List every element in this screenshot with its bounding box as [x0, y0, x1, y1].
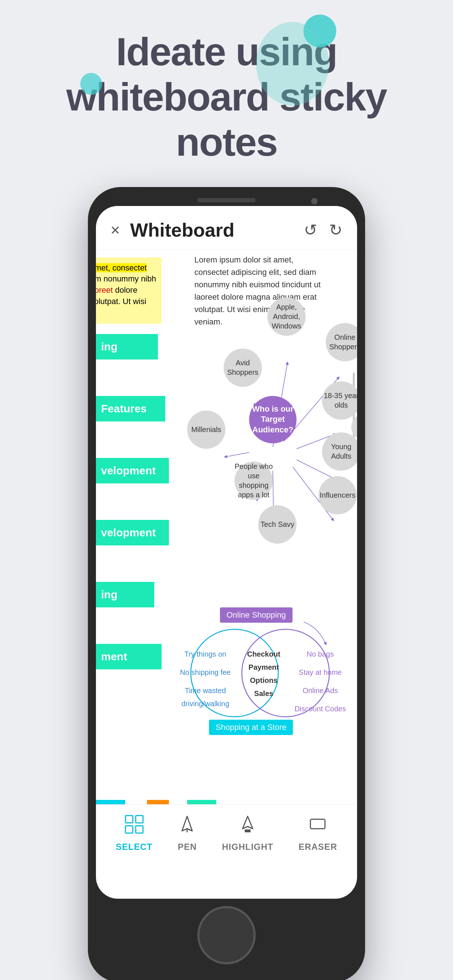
venn-left-text: Try things on No shipping fee Time waste…: [176, 648, 234, 710]
app-header-left: × Whiteboard: [110, 219, 234, 241]
teal-label-6[interactable]: ment: [96, 644, 161, 670]
left-sidebar: amet, consectet um nonummy nibh aoreet d…: [96, 250, 169, 862]
bar-gap1: [125, 800, 147, 804]
svg-rect-19: [310, 819, 325, 829]
venn-diagram[interactable]: Online Shopping Try things on: [172, 608, 351, 735]
sticky-text5: h.: [96, 308, 97, 317]
mind-node-avid[interactable]: Avid Shoppers: [223, 348, 262, 387]
redo-icon[interactable]: ↻: [329, 221, 343, 239]
mind-node-tech[interactable]: Tech Savy: [258, 505, 297, 544]
bottom-bars: [96, 800, 357, 804]
bubble-decoration-bg: [256, 22, 329, 106]
phone-camera: [311, 198, 318, 205]
sticky-note-yellow[interactable]: amet, consectet um nonummy nibh aoreet d…: [96, 258, 161, 324]
mind-map[interactable]: Who is our Target Audience? Apple, Andro…: [176, 294, 357, 604]
svg-rect-13: [126, 826, 133, 833]
nav-eraser-label: ERASER: [298, 842, 337, 852]
bubble-decoration-medium: [80, 73, 102, 95]
mind-node-18-35[interactable]: 18-35 year olds: [322, 381, 357, 420]
mind-node-apple[interactable]: Apple, Android, Windows: [267, 298, 306, 336]
undo-icon[interactable]: ↺: [304, 221, 317, 239]
venn-right-text: No bags Stay at home Online Ads Discount…: [293, 648, 348, 715]
svg-rect-18: [245, 829, 250, 832]
nav-highlight[interactable]: HIGHLIGHT: [222, 815, 273, 852]
eraser-icon: [308, 815, 327, 838]
teal-label-5[interactable]: ing: [96, 582, 154, 608]
mind-map-center[interactable]: Who is our Target Audience?: [249, 396, 297, 443]
bar-orange: [147, 800, 169, 804]
phone-speaker: [197, 198, 256, 202]
close-button[interactable]: ×: [110, 222, 120, 238]
venn-label-store: Shopping at a Store: [209, 720, 293, 735]
mind-node-millenials[interactable]: Millenials: [187, 410, 225, 449]
bottom-nav: SELECT PEN: [96, 804, 357, 862]
phone-home-button[interactable]: [197, 906, 256, 964]
header-icons: ↺ ↻: [304, 221, 343, 239]
bar-green: [187, 800, 216, 804]
nav-pen[interactable]: PEN: [178, 815, 196, 852]
venn-label-online: Online Shopping: [220, 608, 292, 623]
bar-teal: [96, 800, 125, 804]
svg-rect-11: [126, 816, 133, 823]
hero-section: Ideate using whiteboard sticky notes: [0, 0, 453, 187]
sticky-text4: volutpat. Ut wisi: [96, 297, 146, 306]
app-header: × Whiteboard ↺ ↻: [96, 206, 357, 250]
mind-node-influencers[interactable]: Influencers: [318, 476, 357, 514]
svg-rect-14: [136, 826, 143, 833]
svg-rect-12: [136, 816, 143, 823]
teal-label-1[interactable]: ing: [96, 334, 158, 360]
venn-center-text: Checkout Payment Options Sales: [242, 648, 286, 700]
teal-label-4[interactable]: velopment: [96, 520, 169, 546]
nav-select[interactable]: SELECT: [116, 815, 152, 852]
mind-node-people[interactable]: People who use shopping apps a lot: [234, 461, 273, 500]
select-icon: [125, 815, 144, 838]
nav-highlight-label: HIGHLIGHT: [222, 842, 273, 852]
sticky-text2: aoreet: [96, 285, 113, 294]
nav-select-label: SELECT: [116, 842, 152, 852]
sticky-text3: dolore: [113, 285, 137, 294]
whiteboard-area[interactable]: amet, consectet um nonummy nibh aoreet d…: [96, 250, 357, 862]
sticky-text1: um nonummy nibh: [96, 274, 156, 283]
hero-title: Ideate using whiteboard sticky notes: [66, 29, 387, 165]
nav-eraser[interactable]: ERASER: [298, 815, 337, 852]
pen-icon: [178, 815, 196, 838]
mind-node-young[interactable]: Young Adults: [322, 433, 357, 471]
highlight-icon: [238, 815, 257, 838]
app-title: Whiteboard: [130, 219, 234, 241]
phone-outer: × Whiteboard ↺ ↻ amet, consectet um nonu…: [88, 187, 365, 980]
bar-gap2: [169, 800, 187, 804]
svg-marker-17: [242, 816, 253, 829]
phone-mockup: × Whiteboard ↺ ↻ amet, consectet um nonu…: [88, 187, 365, 980]
sticky-highlight: amet, consectet: [96, 263, 147, 272]
teal-label-3[interactable]: velopment: [96, 458, 169, 484]
teal-label-2[interactable]: Features: [96, 396, 165, 422]
phone-screen: × Whiteboard ↺ ↻ amet, consectet um nonu…: [96, 206, 357, 899]
nav-pen-label: PEN: [178, 842, 196, 852]
svg-line-5: [225, 452, 249, 457]
